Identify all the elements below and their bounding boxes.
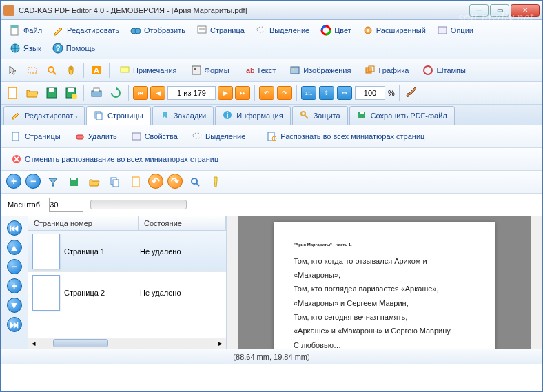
menu-color[interactable]: Цвет xyxy=(316,23,356,38)
app-icon xyxy=(3,5,14,16)
ocr-all-button[interactable]: Распознать во всех миниатюрах страниц xyxy=(262,129,429,144)
nav-minus-button[interactable]: − xyxy=(7,259,22,274)
pages-icon xyxy=(94,110,105,121)
menu-language[interactable]: Язык xyxy=(5,41,46,56)
fit-height-button[interactable]: ⇕ xyxy=(319,86,334,100)
v-scrollbar-right[interactable] xyxy=(531,216,542,349)
menu-page[interactable]: Страница xyxy=(192,23,249,38)
prev-page-button[interactable]: ◀ xyxy=(150,86,165,100)
fit-width-button[interactable]: ⇔ xyxy=(337,86,352,100)
marquee-tool[interactable] xyxy=(24,62,41,79)
globe-icon xyxy=(10,43,21,54)
zoom-tool[interactable] xyxy=(43,62,60,79)
menu-options[interactable]: Опции xyxy=(432,23,478,38)
tab-pages[interactable]: Страницы xyxy=(86,106,151,125)
file-icon xyxy=(10,25,21,36)
hand-tool[interactable] xyxy=(63,62,79,79)
text-tool[interactable]: A xyxy=(88,62,105,79)
new-page-button[interactable] xyxy=(127,174,144,190)
nav-down-button[interactable]: ▼ xyxy=(7,298,22,313)
new-button[interactable] xyxy=(5,85,21,101)
menu-advanced[interactable]: Расширенный xyxy=(358,23,431,38)
pages-button[interactable]: Страницы xyxy=(6,129,65,144)
props-button[interactable]: Свойства xyxy=(126,129,183,144)
rotate-right-button[interactable]: ↷ xyxy=(277,86,292,100)
zoom-pct-label: % xyxy=(388,89,395,97)
minimize-button[interactable]: ─ xyxy=(469,4,489,17)
table-row[interactable]: Страница 2 Не удалено xyxy=(28,272,226,313)
close-button[interactable]: ✕ xyxy=(511,4,540,17)
flashlight-button[interactable] xyxy=(207,174,224,190)
tab-info[interactable]: iИнформация xyxy=(215,106,290,125)
svg-rect-35 xyxy=(68,88,74,92)
binoculars-icon xyxy=(130,25,141,36)
h-scrollbar[interactable]: ◂▸ xyxy=(28,338,226,349)
open-thumb-button[interactable] xyxy=(86,174,103,190)
v-scrollbar-left[interactable] xyxy=(227,216,238,349)
menu-edit[interactable]: Редактировать xyxy=(48,23,124,38)
remove-button[interactable]: − xyxy=(25,174,41,189)
col-page[interactable]: Страница номер xyxy=(28,216,139,230)
tab-bookmarks[interactable]: Закладки xyxy=(152,106,214,125)
select-button[interactable]: Выделение xyxy=(187,129,250,144)
tab-save[interactable]: Сохранить PDF-файл xyxy=(349,106,455,125)
graphics-button[interactable]: Графика xyxy=(359,62,414,79)
svg-line-19 xyxy=(53,72,56,74)
fit-11-button[interactable]: 1:1 xyxy=(301,86,316,100)
delete-button[interactable]: Удалить xyxy=(70,129,122,144)
preview-pane[interactable]: "Ария Маргариты" - часть 1. Том, кто ког… xyxy=(238,216,531,349)
cancel-ocr-button[interactable]: Отменить распознавание во всех миниатюра… xyxy=(6,152,223,167)
options-icon xyxy=(437,25,448,36)
filter-button[interactable] xyxy=(45,174,61,190)
table-header: Страница номер Состояние xyxy=(28,216,226,231)
page-icon xyxy=(196,25,207,36)
rotate-left-button[interactable]: ↶ xyxy=(259,86,274,100)
maximize-button[interactable]: ▭ xyxy=(490,4,509,17)
save-button[interactable] xyxy=(43,85,60,101)
nav-first-button[interactable]: ⏮ xyxy=(7,220,22,236)
text-button[interactable]: abТекст xyxy=(238,62,282,79)
images-button[interactable]: Изображения xyxy=(284,62,356,79)
last-page-button[interactable]: ⏭ xyxy=(235,86,250,100)
annotations-button[interactable]: Примечания xyxy=(114,62,183,79)
col-state[interactable]: Состояние xyxy=(139,216,226,230)
next-page-button[interactable]: ▶ xyxy=(218,86,233,100)
save-thumb-button[interactable] xyxy=(65,174,82,190)
nav-up-button[interactable]: ▲ xyxy=(7,240,22,255)
rotate-ccw-button[interactable]: ↶ xyxy=(148,174,163,189)
content-area: ⏮ ▲ − + ▼ ⏭ Страница номер Состояние Стр… xyxy=(1,216,542,349)
menu-file[interactable]: Файл xyxy=(5,23,47,38)
scale-input[interactable] xyxy=(49,198,83,212)
forms-button[interactable]: Формы xyxy=(185,62,235,79)
svg-point-3 xyxy=(135,28,141,34)
tab-security[interactable]: Защита xyxy=(292,106,348,125)
menu-view[interactable]: Отобразить xyxy=(125,23,190,38)
open-button[interactable] xyxy=(24,85,41,101)
search-button[interactable] xyxy=(187,174,203,190)
svg-rect-22 xyxy=(121,67,129,72)
print-button[interactable] xyxy=(88,85,105,101)
copy-button[interactable] xyxy=(107,174,123,190)
refresh-button[interactable] xyxy=(107,85,124,101)
lasso-icon xyxy=(192,131,203,142)
menu-select[interactable]: Выделение xyxy=(251,23,314,38)
save-as-button[interactable] xyxy=(63,85,79,101)
brush-button[interactable] xyxy=(404,85,420,101)
toolbar-tools: A Примечания Формы abТекст Изображения Г… xyxy=(1,59,542,82)
pages-icon xyxy=(11,131,22,142)
zoom-input[interactable] xyxy=(355,86,385,100)
rotate-cw-button[interactable]: ↷ xyxy=(167,174,183,189)
add-button[interactable]: + xyxy=(6,174,21,189)
menu-help[interactable]: ?Помощь xyxy=(48,41,101,56)
page-input[interactable] xyxy=(167,86,216,100)
stamps-button[interactable]: Штампы xyxy=(417,62,471,79)
nav-last-button[interactable]: ⏭ xyxy=(7,317,22,332)
table-row[interactable]: Страница 1 Не удалено xyxy=(28,231,226,272)
scale-slider[interactable] xyxy=(90,200,187,209)
nav-plus-button[interactable]: + xyxy=(7,278,22,293)
pointer-tool[interactable] xyxy=(5,62,21,79)
first-page-button[interactable]: ⏮ xyxy=(133,86,148,100)
toolbar-file: ⏮ ◀ ▶ ⏭ ↶ ↷ 1:1 ⇕ ⇔ % xyxy=(1,82,542,105)
tab-edit[interactable]: Редактировать xyxy=(3,106,85,125)
svg-rect-24 xyxy=(194,68,196,70)
